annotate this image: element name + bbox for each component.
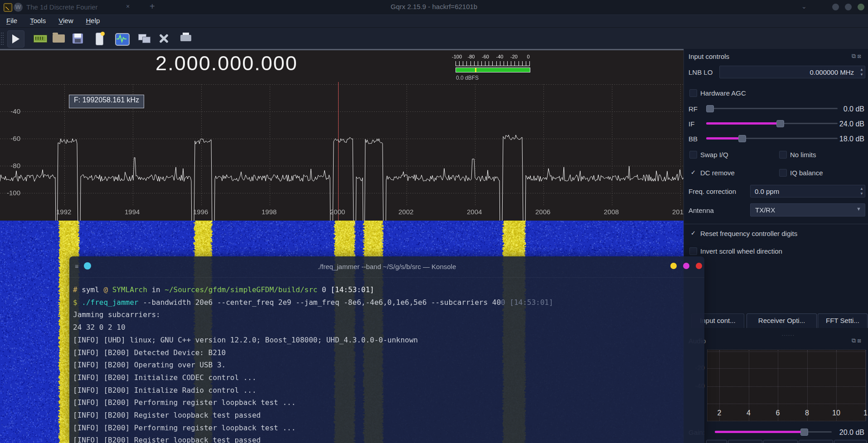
terminal-titlebar[interactable]: ≡ ./freq_jammer --band ~/S/g/s/b/src — K… (69, 256, 704, 278)
menu-bar: FileToolsViewHelp (0, 14, 868, 28)
swap-iq-checkbox[interactable] (689, 151, 697, 159)
rf-gain-value: 0.0 dB (837, 105, 864, 113)
meter-readout: 0.0 dBFS (456, 75, 479, 81)
x-tick-label: 2006 (535, 208, 550, 216)
rf-gain-slider[interactable] (706, 104, 838, 113)
antenna-combobox[interactable]: TX/RX ▼ (750, 203, 865, 217)
oscilloscope-button[interactable] (113, 30, 130, 47)
y-tick-label: -60 (2, 135, 20, 142)
invert-scroll-label: Invert scroll wheel direction (700, 247, 782, 255)
terminal-line: $ ./freq_jammer --bandwidth 20e6 --cente… (73, 298, 553, 307)
dock-float-close-icons[interactable]: ⧉⊠ (852, 53, 863, 60)
audio-button[interactable] (763, 440, 798, 443)
hardware-agc-label: Hardware AGC (700, 89, 746, 97)
dsp-options-button[interactable] (32, 30, 48, 47)
remote-control-button[interactable] (136, 30, 152, 47)
meter-tick-label: -80 (468, 54, 475, 59)
menu-tools[interactable]: Tools (30, 17, 46, 24)
terminal-maximize-button[interactable] (683, 263, 689, 269)
x-tick-label: 2004 (467, 208, 482, 216)
invert-scroll-checkbox[interactable] (689, 247, 697, 255)
meter-bar (456, 67, 530, 72)
no-limits-label: No limits (790, 151, 816, 159)
hardware-agc-checkbox[interactable] (689, 89, 697, 97)
terminal-line: Jamming subcarriers: (73, 310, 160, 319)
size-grip-dots[interactable]: ...... (782, 332, 795, 337)
bb-gain-slider[interactable] (706, 134, 838, 143)
audio-button[interactable] (834, 440, 867, 443)
swap-iq-label: Swap I/Q (700, 151, 728, 159)
menu-help[interactable]: Help (86, 17, 100, 24)
terminal-output: # syml @ SYMLArch in ~/Sources/gfdm/simp… (73, 279, 703, 443)
dc-remove-checkbox[interactable]: ✓ (689, 169, 697, 177)
toolbar (0, 27, 868, 49)
toolbar-drag-handle[interactable] (1, 32, 4, 45)
record-iq-button[interactable] (92, 30, 108, 47)
if-gain-value: 24.0 dB (837, 120, 864, 128)
meter-tick-label: -60 (482, 54, 489, 59)
audio-gridline (708, 386, 865, 387)
audio-gain-value: 20.0 dB (834, 429, 864, 437)
chevron-down-icon[interactable]: ⌄ (801, 3, 807, 10)
x-tick-label: 1992 (56, 208, 71, 216)
bb-gain-value: 18.0 dB (837, 135, 864, 143)
meter-ticks (456, 61, 530, 66)
spectrum-panel: 2.000.000.000 -100-80-60-40-200 0.0 dBFS… (0, 50, 684, 221)
x-tick-label: 2000 (330, 208, 345, 216)
audio-gain-slider[interactable] (715, 427, 832, 436)
frequency-tooltip: F: 1992058.161 kHz (69, 95, 144, 108)
reset-digits-checkbox[interactable]: ✓ (689, 230, 697, 237)
start-dsp-button[interactable] (7, 30, 24, 48)
printer-icon (180, 35, 191, 41)
folder-icon (53, 34, 65, 43)
terminal-window[interactable]: ≡ ./freq_jammer --band ~/S/g/s/b/src — K… (69, 256, 704, 443)
freq-correction-spinbox[interactable]: 0.0 ppm ▲▼ (750, 185, 865, 197)
meter-tick-label: 0 (527, 54, 529, 59)
print-button[interactable] (178, 30, 194, 47)
audio-xtick: 10 (832, 409, 840, 417)
dock-tab-fft-settings[interactable]: FFT Setti... (818, 313, 868, 328)
save-file-button[interactable] (70, 30, 86, 47)
window-title: Gqrx 2.15.9 - hackrf=62101b (0, 3, 868, 10)
meter-tick-label: -40 (496, 54, 504, 59)
x-tick-label: 1998 (262, 208, 276, 216)
dock-tab-receiver-options[interactable]: Receiver Opti... (747, 313, 817, 328)
tools-button[interactable] (155, 30, 171, 47)
lnb-lo-label: LNB LO (689, 68, 713, 76)
audio-gridline (708, 404, 865, 404)
frequency-display[interactable]: 2.000.000.000 (0, 52, 453, 75)
x-tick-label: 2008 (604, 208, 619, 216)
terminal-minimize-button[interactable] (670, 263, 677, 269)
spinner-arrows-icon[interactable]: ▲▼ (860, 186, 863, 196)
iq-balance-checkbox[interactable] (779, 169, 787, 177)
audio-fft-chart[interactable]: 2468101 (707, 350, 866, 421)
reset-digits-label: Reset frequency controller digits (700, 230, 797, 237)
audio-button[interactable] (706, 440, 727, 443)
window-minimize-button[interactable] (832, 4, 839, 10)
menu-view[interactable]: View (58, 17, 73, 24)
window-close-button[interactable] (858, 4, 864, 10)
oscilloscope-icon (115, 33, 130, 46)
audio-button[interactable] (728, 440, 762, 443)
open-file-button[interactable] (51, 30, 67, 47)
spinner-arrows-icon[interactable]: ▲▼ (860, 67, 863, 77)
window-maximize-button[interactable] (845, 4, 852, 10)
terminal-line: [INFO] [B200] Register loopback test pas… (73, 436, 261, 443)
terminal-line: [INFO] [UHD] linux; GNU C++ version 12.2… (73, 336, 418, 344)
no-limits-checkbox[interactable] (779, 151, 787, 159)
antenna-label: Antenna (689, 207, 714, 214)
meter-marker (475, 68, 476, 72)
terminal-close-button[interactable] (696, 263, 702, 269)
spectrum-plot[interactable] (0, 50, 684, 221)
terminal-line: [INFO] [B200] Initialize CODEC control .… (73, 373, 257, 382)
terminal-title: ./freq_jammer --band ~/S/g/s/b/src — Kon… (69, 263, 704, 270)
menu-file[interactable]: File (6, 17, 17, 24)
lnb-lo-spinbox[interactable]: 0.000000 MHz ▲▼ (719, 66, 865, 78)
terminal-line: 24 32 0 2 10 (73, 323, 126, 332)
x-tick-label: 2010 (672, 208, 684, 216)
audio-button[interactable] (799, 440, 833, 443)
dock-float-close-icons[interactable]: ⧉⊠ (852, 337, 863, 344)
audio-xtick: 8 (805, 409, 809, 417)
if-gain-slider[interactable] (706, 119, 838, 128)
rf-gain-label: RF (689, 105, 698, 113)
